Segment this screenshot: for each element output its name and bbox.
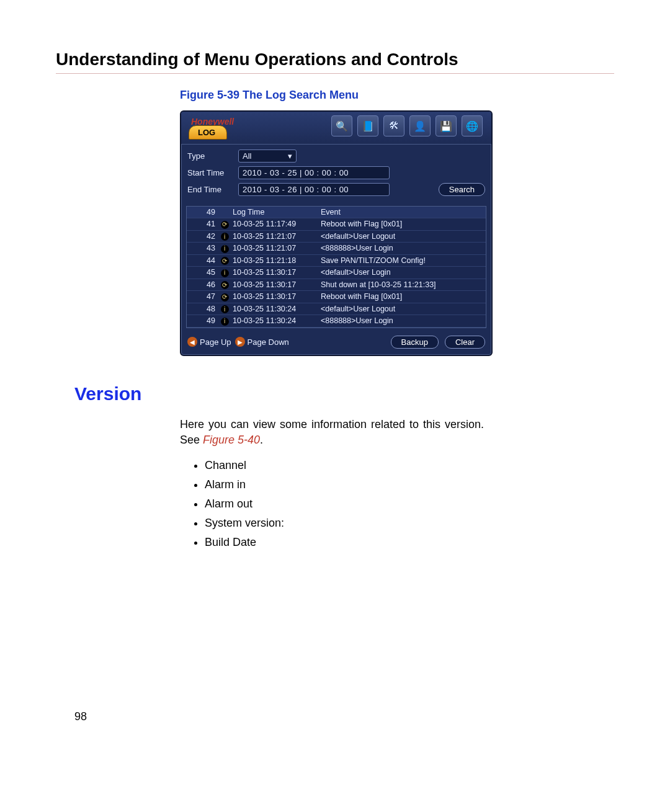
row-time: 10-03-25 11:17:49	[230, 220, 317, 228]
type-select[interactable]: All ▾	[238, 149, 297, 163]
intro-post: .	[260, 434, 263, 446]
col-header-event: Event	[317, 208, 482, 216]
list-item: System version:	[205, 517, 614, 530]
list-item: Channel	[205, 459, 614, 472]
section-heading-version: Version	[74, 383, 614, 404]
row-index: 42	[190, 232, 219, 241]
log-row[interactable]: 45i10-03-25 11:30:17<default>User Login	[187, 267, 486, 279]
page-down-label: Page Down	[248, 337, 289, 347]
row-index: 47	[190, 292, 219, 301]
backup-button[interactable]: Backup	[391, 336, 439, 349]
row-index: 44	[190, 256, 219, 265]
row-type-icon: i	[219, 316, 230, 326]
row-type-icon: i	[219, 305, 230, 314]
row-index: 49	[190, 316, 219, 325]
row-event: <default>User Logout	[317, 232, 482, 241]
row-event: Reboot with Flag [0x01]	[317, 220, 482, 228]
page-up-label: Page Up	[200, 337, 231, 347]
figure-caption: Figure 5-39 The Log Search Menu	[180, 89, 614, 102]
version-intro: Here you can view some information relat…	[180, 417, 484, 448]
row-index: 43	[190, 244, 219, 252]
row-time: 10-03-25 11:30:17	[230, 280, 317, 289]
row-type-icon: ⟳	[219, 256, 230, 265]
row-index: 45	[190, 268, 219, 277]
log-row[interactable]: 49i10-03-25 11:30:24<888888>User Login	[187, 315, 486, 328]
row-time: 10-03-25 11:21:07	[230, 232, 317, 241]
page-number: 98	[74, 710, 614, 723]
filter-panel: Type All ▾ Start Time 2010 - 03 - 25 | 0…	[181, 144, 491, 206]
row-time: 10-03-25 11:30:24	[230, 316, 317, 325]
log-count: 49	[190, 208, 219, 216]
type-value: All	[243, 151, 251, 161]
chevron-down-icon: ▾	[288, 151, 292, 161]
user-icon[interactable]: 👤	[409, 115, 431, 136]
log-row[interactable]: 44⟳10-03-25 11:21:18Save PAN/TILT/ZOOM C…	[187, 255, 486, 267]
end-time-label: End Time	[187, 185, 232, 194]
start-time-input[interactable]: 2010 - 03 - 25 | 00 : 00 : 00	[238, 166, 390, 179]
tools-icon[interactable]: 🛠	[383, 115, 404, 136]
toolbar: 🔍 📘 🛠 👤 💾 🌐	[331, 115, 486, 136]
page-title: Understanding of Menu Operations and Con…	[56, 50, 614, 69]
version-bullet-list: ChannelAlarm inAlarm outSystem version:B…	[180, 459, 614, 549]
log-row[interactable]: 46⟳10-03-25 11:30:17Shut down at [10-03-…	[187, 279, 486, 292]
row-type-icon: ⟳	[219, 280, 230, 290]
row-time: 10-03-25 11:21:07	[230, 244, 317, 252]
row-event: Reboot with Flag [0x01]	[317, 292, 482, 301]
arrow-left-icon: ◀	[187, 337, 197, 347]
title-rule	[56, 73, 614, 74]
log-search-window: Honeywell LOG 🔍 📘 🛠 👤 💾 🌐 Type All ▾ Sta	[180, 110, 493, 356]
log-row[interactable]: 47⟳10-03-25 11:30:17Reboot with Flag [0x…	[187, 291, 486, 303]
row-type-icon: i	[219, 268, 230, 277]
row-type-icon: i	[219, 244, 230, 253]
row-time: 10-03-25 11:30:17	[230, 292, 317, 301]
disk-icon[interactable]: 💾	[436, 115, 457, 136]
log-list: 49 Log Time Event 41⟳10-03-25 11:17:49Re…	[186, 206, 486, 328]
log-row[interactable]: 41⟳10-03-25 11:17:49Reboot with Flag [0x…	[187, 218, 486, 231]
search-icon[interactable]: 🔍	[331, 115, 352, 136]
row-event: <default>User Logout	[317, 305, 482, 313]
end-time-input[interactable]: 2010 - 03 - 26 | 00 : 00 : 00	[238, 183, 390, 196]
search-button[interactable]: Search	[439, 183, 485, 196]
list-item: Alarm in	[205, 478, 614, 491]
note-icon[interactable]: 📘	[357, 115, 378, 136]
row-event: <888888>User Login	[317, 316, 482, 325]
log-tab[interactable]: LOG	[189, 125, 227, 140]
row-event: <888888>User Login	[317, 244, 482, 252]
row-time: 10-03-25 11:30:17	[230, 268, 317, 277]
footer-bar: ◀ Page Up ▶ Page Down Backup Clear	[181, 332, 491, 355]
row-event: <default>User Login	[317, 268, 482, 277]
row-index: 41	[190, 220, 219, 228]
network-icon[interactable]: 🌐	[462, 115, 483, 136]
row-type-icon: i	[219, 232, 230, 241]
row-index: 46	[190, 280, 219, 289]
list-item: Alarm out	[205, 497, 614, 511]
list-item: Build Date	[205, 536, 614, 549]
log-row[interactable]: 42i10-03-25 11:21:07<default>User Logout	[187, 231, 486, 243]
row-index: 48	[190, 305, 219, 313]
figure-ref-link[interactable]: Figure 5-40	[203, 434, 260, 446]
type-label: Type	[187, 151, 232, 161]
row-type-icon: ⟳	[219, 220, 230, 229]
col-header-logtime: Log Time	[230, 208, 317, 216]
row-event: Shut down at [10-03-25 11:21:33]	[317, 280, 482, 289]
row-type-icon: ⟳	[219, 292, 230, 301]
page-up-button[interactable]: ◀ Page Up	[187, 337, 231, 347]
row-time: 10-03-25 11:30:24	[230, 305, 317, 313]
row-time: 10-03-25 11:21:18	[230, 256, 317, 265]
window-header: Honeywell LOG 🔍 📘 🛠 👤 💾 🌐	[181, 112, 491, 144]
arrow-right-icon: ▶	[235, 337, 245, 347]
row-event: Save PAN/TILT/ZOOM Config!	[317, 256, 482, 265]
start-time-label: Start Time	[187, 168, 232, 177]
clear-button[interactable]: Clear	[445, 336, 485, 349]
page-down-button[interactable]: ▶ Page Down	[235, 337, 289, 347]
log-list-header: 49 Log Time Event	[187, 207, 486, 218]
log-row[interactable]: 48i10-03-25 11:30:24<default>User Logout	[187, 303, 486, 316]
log-row[interactable]: 43i10-03-25 11:21:07<888888>User Login	[187, 243, 486, 255]
